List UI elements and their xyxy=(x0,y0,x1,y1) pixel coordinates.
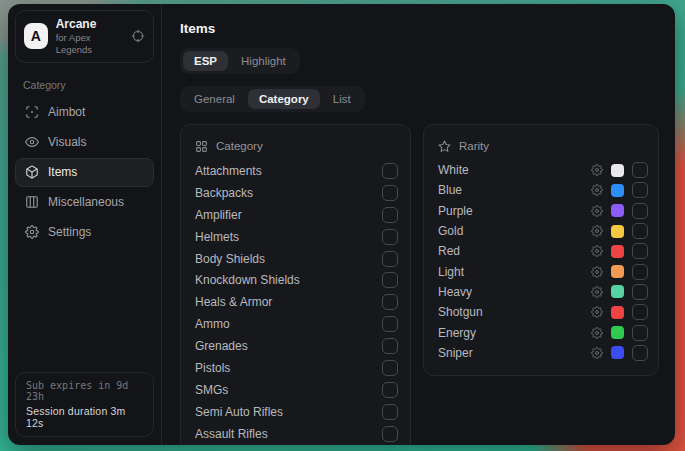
checkbox[interactable] xyxy=(382,251,398,267)
category-item-label: Body Shields xyxy=(195,252,265,266)
gear-icon[interactable] xyxy=(591,205,603,217)
app-name: Arcane xyxy=(56,17,123,32)
crosshair-scan-icon xyxy=(25,105,39,119)
cube-icon xyxy=(25,165,39,179)
tab-list[interactable]: List xyxy=(322,89,362,109)
color-swatch[interactable] xyxy=(611,346,624,359)
page-title: Items xyxy=(180,21,659,36)
rarity-row: Sniper xyxy=(438,343,648,363)
sidebar-item-visuals[interactable]: Visuals xyxy=(15,128,154,157)
category-item-label: Attachments xyxy=(195,164,262,178)
color-swatch[interactable] xyxy=(611,285,624,298)
color-swatch[interactable] xyxy=(611,306,624,319)
checkbox[interactable] xyxy=(632,304,648,320)
checkbox[interactable] xyxy=(382,163,398,179)
category-row: Heals & Armor xyxy=(195,291,398,313)
gear-icon[interactable] xyxy=(591,306,603,318)
rarity-panel-header: Rarity xyxy=(438,137,648,155)
star-icon xyxy=(438,140,451,153)
checkbox[interactable] xyxy=(632,203,648,219)
color-swatch[interactable] xyxy=(611,245,624,258)
rarity-item-label: Energy xyxy=(438,326,583,340)
gear-icon[interactable] xyxy=(591,347,603,359)
checkbox[interactable] xyxy=(382,338,398,354)
sidebar-item-miscellaneous[interactable]: Miscellaneous xyxy=(15,188,154,217)
mode-tabs: ESPHighlight xyxy=(180,48,300,74)
rarity-row: Energy xyxy=(438,322,648,342)
sidebar-nav: AimbotVisualsItemsMiscellaneousSettings xyxy=(14,97,155,248)
gear-icon[interactable] xyxy=(591,286,603,298)
category-item-label: Backpacks xyxy=(195,186,253,200)
sidebar-item-settings[interactable]: Settings xyxy=(15,218,154,247)
rarity-panel-title: Rarity xyxy=(459,140,489,152)
checkbox[interactable] xyxy=(382,207,398,223)
checkbox[interactable] xyxy=(632,345,648,361)
checkbox[interactable] xyxy=(632,182,648,198)
gear-icon[interactable] xyxy=(591,164,603,176)
category-row: Grenades xyxy=(195,335,398,357)
sidebar-item-aimbot[interactable]: Aimbot xyxy=(15,98,154,127)
rarity-item-label: Heavy xyxy=(438,285,583,299)
main-content: Items ESPHighlight GeneralCategoryList C… xyxy=(162,4,675,445)
color-swatch[interactable] xyxy=(611,184,624,197)
checkbox[interactable] xyxy=(382,404,398,420)
category-item-label: Helmets xyxy=(195,230,239,244)
tab-highlight[interactable]: Highlight xyxy=(230,51,297,71)
color-swatch[interactable] xyxy=(611,164,624,177)
category-row: Semi Auto Rifles xyxy=(195,401,398,423)
category-row: Amplifier xyxy=(195,204,398,226)
category-row: Helmets xyxy=(195,226,398,248)
rarity-item-label: Sniper xyxy=(438,346,583,360)
sidebar-item-label: Items xyxy=(48,165,77,179)
sidebar-item-label: Aimbot xyxy=(48,105,85,119)
checkbox[interactable] xyxy=(632,243,648,259)
color-swatch[interactable] xyxy=(611,204,624,217)
category-item-label: Ammo xyxy=(195,317,230,331)
app-profile-card: A Arcane for Apex Legends xyxy=(15,10,154,63)
color-swatch[interactable] xyxy=(611,265,624,278)
category-item-label: SMGs xyxy=(195,383,228,397)
rarity-item-label: Light xyxy=(438,265,583,279)
checkbox[interactable] xyxy=(632,325,648,341)
checkbox[interactable] xyxy=(382,382,398,398)
rarity-row: White xyxy=(438,160,648,180)
rarity-row: Gold xyxy=(438,221,648,241)
rarity-item-label: Purple xyxy=(438,204,583,218)
checkbox[interactable] xyxy=(382,294,398,310)
category-item-label: Semi Auto Rifles xyxy=(195,405,283,419)
checkbox[interactable] xyxy=(382,316,398,332)
category-panel: Category AttachmentsBackpacksAmplifierHe… xyxy=(180,124,411,445)
checkbox[interactable] xyxy=(382,272,398,288)
gear-icon[interactable] xyxy=(591,266,603,278)
checkbox[interactable] xyxy=(382,360,398,376)
app-title-block: Arcane for Apex Legends xyxy=(56,17,123,56)
rarity-item-label: White xyxy=(438,163,583,177)
target-icon[interactable] xyxy=(131,29,145,43)
sidebar-spacer xyxy=(14,248,155,372)
app-logo: A xyxy=(24,23,48,49)
checkbox[interactable] xyxy=(632,284,648,300)
gear-icon[interactable] xyxy=(591,327,603,339)
checkbox[interactable] xyxy=(632,264,648,280)
panels-row: Category AttachmentsBackpacksAmplifierHe… xyxy=(180,124,659,445)
rarity-item-label: Shotgun xyxy=(438,305,583,319)
category-row: Knockdown Shields xyxy=(195,269,398,291)
checkbox[interactable] xyxy=(632,162,648,178)
sidebar-item-label: Visuals xyxy=(48,135,86,149)
checkbox[interactable] xyxy=(382,229,398,245)
checkbox[interactable] xyxy=(382,426,398,442)
app-window: A Arcane for Apex Legends Category Aimbo… xyxy=(8,4,675,445)
category-item-label: Grenades xyxy=(195,339,248,353)
tab-general[interactable]: General xyxy=(183,89,246,109)
color-swatch[interactable] xyxy=(611,326,624,339)
tab-category[interactable]: Category xyxy=(248,89,320,109)
checkbox[interactable] xyxy=(632,223,648,239)
checkbox[interactable] xyxy=(382,185,398,201)
rarity-row: Red xyxy=(438,241,648,261)
gear-icon[interactable] xyxy=(591,184,603,196)
color-swatch[interactable] xyxy=(611,225,624,238)
gear-icon[interactable] xyxy=(591,245,603,257)
sidebar-item-items[interactable]: Items xyxy=(15,158,154,187)
tab-esp[interactable]: ESP xyxy=(183,51,228,71)
gear-icon[interactable] xyxy=(591,225,603,237)
